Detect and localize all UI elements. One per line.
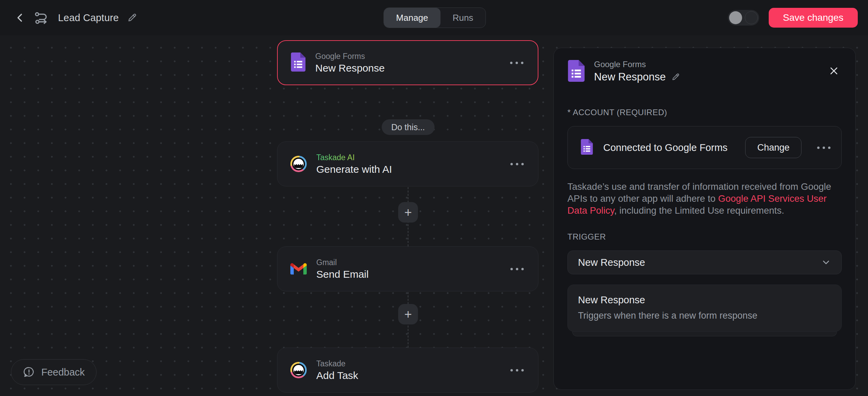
trigger-option-title: New Response [578,294,831,306]
trigger-option-card[interactable]: New Response Triggers when there is a ne… [567,285,842,332]
feedback-label: Feedback [41,367,85,378]
rename-workflow-pencil-icon[interactable] [127,13,137,23]
toggle-track-outline [745,11,758,24]
chevron-down-icon [821,257,831,268]
account-section-label: * ACCOUNT (REQUIRED) [567,108,842,117]
trigger-select[interactable]: New Response [567,250,842,274]
add-step-button[interactable]: + [398,202,418,223]
workflow-canvas[interactable]: Google Forms New Response Do this... Tas… [0,35,868,396]
node-gmail-send-email[interactable]: Gmail Send Email [277,246,538,291]
node-config-panel: Google Forms New Response [553,48,856,390]
back-button[interactable] [15,12,25,24]
node-google-forms-new-response[interactable]: Google Forms New Response [277,40,538,85]
do-this-chip: Do this... [382,119,435,135]
node-action-label: Send Email [316,269,368,280]
node-action-label: Generate with AI [316,164,392,175]
trigger-option-description: Triggers when there is a new form respon… [578,310,831,321]
workflow-icon [33,10,50,26]
rename-step-pencil-icon[interactable] [671,73,680,81]
node-app-label: Taskade AI [316,153,392,162]
tab-runs[interactable]: Runs [440,8,486,28]
connected-account-card: Connected to Google Forms Change [567,126,842,169]
change-account-button[interactable]: Change [745,137,801,158]
connected-account-text: Connected to Google Forms [603,142,735,153]
feedback-alert-icon [23,366,35,378]
trigger-select-value: New Response [578,257,645,268]
close-panel-button[interactable] [826,63,842,80]
gmail-icon [290,262,307,276]
toggle-knob [729,11,742,24]
google-forms-icon [581,139,593,156]
google-forms-icon [567,60,585,83]
node-app-label: Google Forms [315,52,385,61]
chevron-left-icon [15,12,25,24]
node-menu-button[interactable] [510,159,524,169]
add-step-button[interactable]: + [398,304,418,324]
google-api-disclaimer: Taskade’s use and transfer of informatio… [567,181,842,216]
node-action-label: New Response [315,62,385,74]
feedback-button[interactable]: Feedback [11,359,97,385]
close-icon [829,66,839,76]
node-menu-button[interactable] [510,366,524,375]
node-taskade-add-task[interactable]: Taskade Add Task [277,348,538,393]
node-menu-button[interactable] [509,58,524,67]
node-menu-button[interactable] [510,264,524,274]
workflow-editor: Lead Capture Manage Runs Save changes [0,0,868,396]
panel-app-label: Google Forms [594,60,680,69]
node-taskade-ai-generate[interactable]: Taskade AI Generate with AI [277,141,538,186]
taskade-icon [290,362,307,378]
taskade-ai-icon [290,156,307,172]
google-forms-icon [291,52,306,73]
node-app-label: Taskade [316,359,358,368]
top-bar: Lead Capture Manage Runs Save changes [0,0,868,35]
tab-manage[interactable]: Manage [384,8,440,28]
page-title: Lead Capture [58,12,119,24]
view-tabs: Manage Runs [384,7,486,28]
node-action-label: Add Task [316,370,358,381]
panel-action-title: New Response [594,71,666,83]
save-changes-button[interactable]: Save changes [769,8,858,28]
trigger-section-label: TRIGGER [567,232,842,242]
disclaimer-text: , including the Limited Use requirements… [614,205,784,216]
workflow-enable-toggle[interactable] [728,10,759,26]
stacked-card-edge [572,332,837,336]
account-menu-button[interactable] [816,143,831,152]
node-app-label: Gmail [316,258,368,267]
